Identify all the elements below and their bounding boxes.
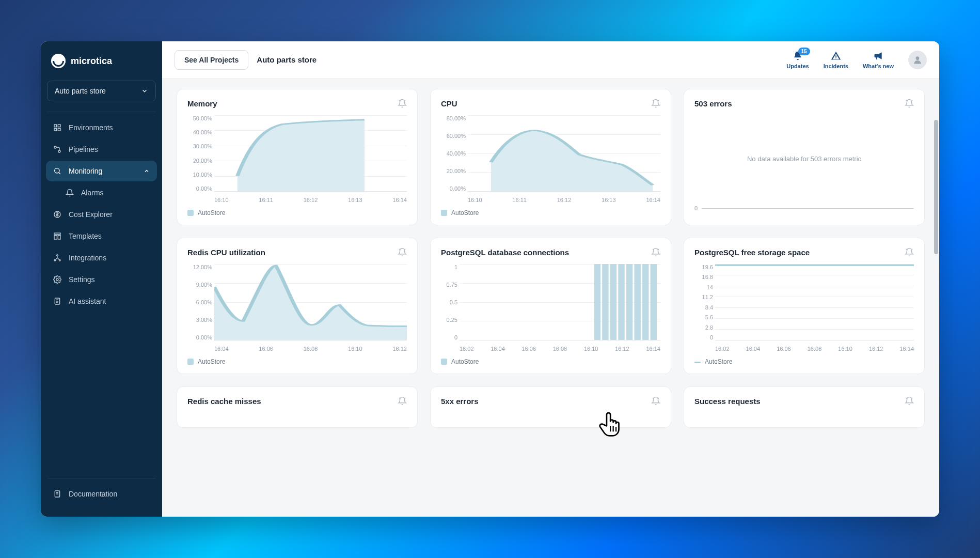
- sidebar-item-label: Cost Explorer: [69, 210, 113, 219]
- metrics-grid: Memory 50.00%40.00%30.00%20.00%10.00%0.0…: [177, 89, 925, 428]
- svg-rect-28: [626, 264, 633, 340]
- topbar-actions: 15 Updates Incidents What's new: [786, 51, 927, 69]
- svg-line-7: [59, 173, 60, 174]
- svg-point-5: [58, 150, 60, 152]
- svg-rect-29: [634, 264, 640, 340]
- breadcrumb: Auto parts store: [257, 55, 317, 64]
- sidebar-nav: Environments Pipelines Monitoring Alarms…: [41, 117, 162, 475]
- legend-label: AutoStore: [198, 358, 225, 365]
- chart-cpu: 80.00%60.00%40.00%20.00%0.00% 16:1016:11…: [441, 115, 660, 203]
- sidebar-item-ai-assistant[interactable]: AI assistant: [46, 291, 157, 312]
- sidebar-item-label: Templates: [69, 232, 102, 240]
- svg-point-23: [916, 56, 920, 60]
- whats-new-label: What's new: [863, 63, 894, 69]
- card-success-requests: Success requests: [684, 386, 925, 428]
- sidebar-item-alarms[interactable]: Alarms: [46, 182, 157, 203]
- updates-button[interactable]: 15 Updates: [786, 51, 809, 69]
- svg-rect-27: [618, 264, 624, 340]
- brand-logo: microtica: [41, 51, 162, 78]
- topbar: See All Projects Auto parts store 15 Upd…: [162, 41, 939, 79]
- see-all-projects-button[interactable]: See All Projects: [175, 50, 248, 70]
- doc-icon: [53, 490, 61, 498]
- sidebar-item-environments[interactable]: Environments: [46, 117, 157, 138]
- sidebar-item-label: Monitoring: [69, 167, 102, 175]
- card-pg-storage: PostgreSQL free storage space 19.616.814…: [684, 238, 925, 374]
- svg-rect-31: [651, 264, 657, 340]
- alarm-icon[interactable]: [398, 396, 407, 406]
- legend-swatch: [441, 210, 447, 216]
- legend-swatch: [187, 210, 194, 216]
- grid-icon: [53, 123, 61, 132]
- sidebar-item-monitoring[interactable]: Monitoring: [46, 161, 157, 181]
- svg-point-14: [59, 259, 60, 261]
- sidebar-item-label: Settings: [69, 275, 95, 284]
- svg-point-13: [54, 259, 56, 261]
- alarm-icon: [66, 189, 74, 197]
- legend: AutoStore: [187, 358, 407, 365]
- svg-point-6: [55, 168, 59, 173]
- sidebar-item-label: AI assistant: [69, 297, 106, 305]
- svg-rect-25: [602, 264, 608, 340]
- svg-rect-11: [58, 236, 60, 239]
- sidebar-item-cost-explorer[interactable]: Cost Explorer: [46, 204, 157, 225]
- sidebar-divider: [47, 112, 156, 112]
- svg-point-12: [57, 255, 58, 256]
- sidebar-divider: [47, 478, 156, 478]
- megaphone-icon: [873, 51, 883, 61]
- sidebar-item-label: Integrations: [69, 254, 106, 262]
- svg-rect-30: [642, 264, 649, 340]
- sidebar-item-label: Environments: [69, 123, 113, 132]
- chevron-up-icon: [144, 168, 150, 174]
- user-icon: [912, 55, 923, 65]
- legend: AutoStore: [441, 209, 660, 216]
- card-cpu: CPU 80.00%60.00%40.00%20.00%0.00% 16: [430, 89, 671, 225]
- search-icon: [53, 167, 61, 175]
- card-title: CPU: [441, 99, 457, 108]
- incidents-button[interactable]: Incidents: [824, 51, 848, 69]
- card-title: Success requests: [694, 397, 761, 406]
- sidebar-item-pipelines[interactable]: Pipelines: [46, 139, 157, 160]
- alarm-icon[interactable]: [905, 247, 914, 257]
- sidebar-item-label: Pipelines: [69, 145, 98, 153]
- updates-badge: 15: [798, 48, 810, 55]
- whats-new-button[interactable]: What's new: [863, 51, 894, 69]
- app-window: microtica Auto parts store Environments …: [41, 41, 939, 517]
- alarm-icon[interactable]: [651, 396, 660, 406]
- chart-redis-cpu: 12.00%9.00%6.00%3.00%0.00% 16:0416:0616:…: [187, 264, 407, 352]
- alarm-icon[interactable]: [651, 99, 660, 108]
- project-selector[interactable]: Auto parts store: [47, 81, 156, 101]
- card-title: PostgreSQL free storage space: [694, 248, 810, 257]
- legend: AutoStore: [694, 358, 914, 365]
- sidebar: microtica Auto parts store Environments …: [41, 41, 162, 517]
- svg-rect-1: [58, 125, 60, 127]
- alarm-icon[interactable]: [398, 247, 407, 257]
- alarm-icon[interactable]: [905, 396, 914, 406]
- legend: AutoStore: [441, 358, 660, 365]
- main: See All Projects Auto parts store 15 Upd…: [162, 41, 939, 517]
- card-pg-connections: PostgreSQL database connections 10.750.5…: [430, 238, 671, 374]
- brand-name: microtica: [71, 56, 112, 67]
- card-503-errors: 503 errors No data available for 503 err…: [684, 89, 925, 225]
- chart-memory: 50.00%40.00%30.00%20.00%10.00%0.00% 16:1…: [187, 115, 407, 203]
- card-memory: Memory 50.00%40.00%30.00%20.00%10.00%0.0…: [177, 89, 418, 225]
- legend-label: AutoStore: [198, 209, 225, 216]
- chart-pg-storage: 19.616.81411.28.45.62.80 16:0216:0416:06…: [694, 264, 914, 352]
- sidebar-item-documentation[interactable]: Documentation: [46, 484, 157, 504]
- alarm-icon[interactable]: [905, 99, 914, 108]
- legend-swatch: [187, 359, 194, 365]
- sidebar-item-integrations[interactable]: Integrations: [46, 247, 157, 268]
- card-title: Memory: [187, 99, 217, 108]
- legend-swatch: [441, 359, 447, 365]
- sidebar-item-settings[interactable]: Settings: [46, 269, 157, 290]
- sidebar-item-templates[interactable]: Templates: [46, 226, 157, 246]
- legend-label: AutoStore: [451, 358, 479, 365]
- card-redis-cache-misses: Redis cache misses: [177, 386, 418, 428]
- sidebar-item-label: Documentation: [69, 490, 117, 498]
- alarm-icon[interactable]: [651, 247, 660, 257]
- svg-point-15: [56, 278, 58, 281]
- user-avatar[interactable]: [908, 51, 927, 69]
- scrollbar-thumb[interactable]: [934, 120, 938, 254]
- alarm-icon[interactable]: [398, 99, 407, 108]
- svg-rect-3: [58, 128, 60, 131]
- svg-rect-24: [594, 264, 600, 340]
